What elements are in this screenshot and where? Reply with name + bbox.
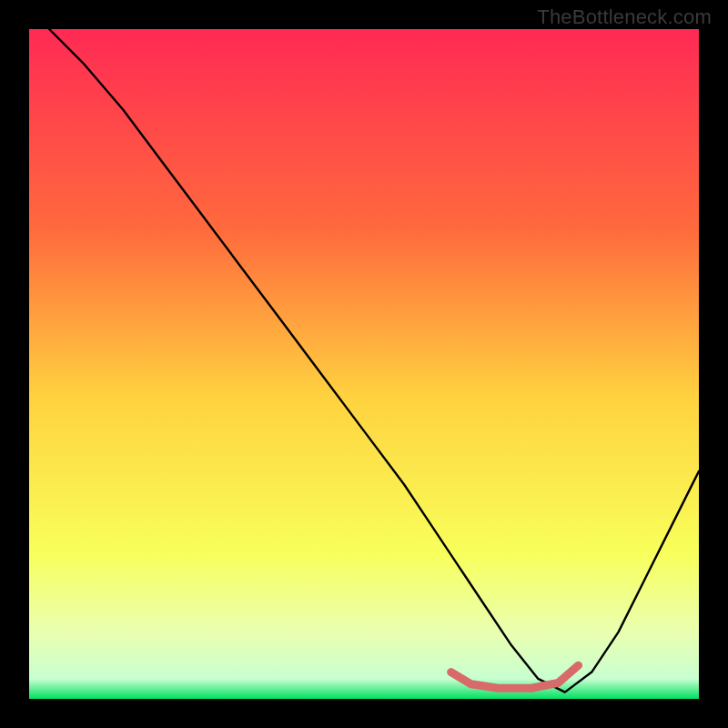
chart-svg (29, 29, 699, 699)
plot-area (29, 29, 699, 699)
chart-container: TheBottleneck.com (0, 0, 728, 728)
watermark-text: TheBottleneck.com (537, 5, 712, 29)
gradient-background (29, 29, 699, 699)
